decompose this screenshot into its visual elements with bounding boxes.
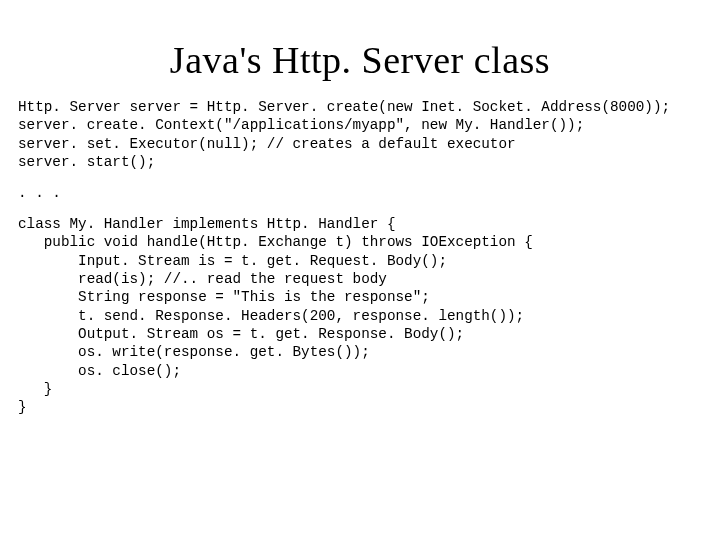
ellipsis: . . . (0, 171, 720, 215)
slide: Java's Http. Server class Http. Server s… (0, 38, 720, 540)
slide-title: Java's Http. Server class (0, 38, 720, 82)
code-block-1: Http. Server server = Http. Server. crea… (0, 98, 720, 171)
code-block-2: class My. Handler implements Http. Handl… (0, 215, 720, 416)
